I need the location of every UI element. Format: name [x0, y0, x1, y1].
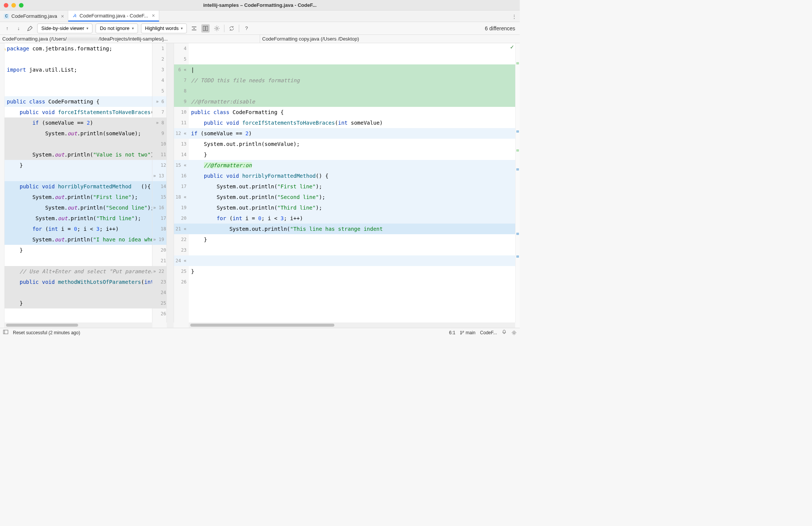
refresh-icon[interactable] — [227, 24, 236, 33]
code-line[interactable]: } — [5, 160, 152, 171]
code-line[interactable]: public class CodeFormatting { — [189, 107, 515, 117]
code-line[interactable] — [5, 86, 152, 96]
code-line[interactable]: if (someValue == 2) — [5, 117, 152, 128]
code-line[interactable] — [189, 54, 515, 64]
cursor-position[interactable]: 6:1 — [449, 330, 456, 335]
code-line[interactable]: System.out.println("This line has strang… — [189, 224, 515, 234]
code-line[interactable] — [5, 308, 152, 319]
code-line[interactable]: } — [189, 234, 515, 245]
code-line[interactable]: // TODO this file needs formatting — [189, 75, 515, 86]
vcs-widget[interactable]: CodeF... — [480, 330, 497, 335]
left-line-numbers: 1 2 3 4 5» 6 7» 8 9 10 11 12» 13 14 15» … — [152, 43, 167, 322]
git-branch[interactable]: main — [460, 330, 475, 335]
line-number: 11 — [152, 149, 166, 160]
tool-window-icon[interactable] — [3, 329, 8, 336]
view-mode-dropdown[interactable]: Side-by-side viewer ▾ — [37, 23, 92, 33]
code-line[interactable] — [5, 255, 152, 266]
code-line[interactable]: //@formatter:disable — [189, 96, 515, 107]
svg-point-6 — [463, 331, 464, 332]
status-message: Reset successful (2 minutes ago) — [13, 330, 80, 335]
line-number: 20 — [174, 213, 189, 224]
code-line[interactable]: public void methodWithLotsOfParameters(i… — [5, 277, 152, 287]
code-line[interactable] — [5, 54, 152, 64]
code-line[interactable]: for (int i = 0; i < 3; i++) — [5, 224, 152, 234]
line-number: 4 — [152, 75, 166, 86]
right-marker-bar[interactable] — [515, 43, 520, 322]
diff-connector — [167, 43, 174, 322]
svg-point-2 — [216, 27, 218, 29]
code-line[interactable]: System.out.println(someValue); — [5, 128, 152, 139]
code-line[interactable]: System.out.println("Third line"); — [5, 213, 152, 224]
code-line[interactable]: } — [5, 245, 152, 255]
tab-diff[interactable]: CodeFormatting.java - CodeF... × — [68, 11, 159, 22]
code-line[interactable]: public void forceIfStatementsToHaveBrace… — [5, 107, 152, 117]
code-line[interactable]: public class CodeFormatting { — [5, 96, 152, 107]
code-line[interactable]: if (someValue == 2) — [189, 128, 515, 139]
code-line[interactable] — [189, 43, 515, 54]
line-number: 19 — [174, 202, 189, 213]
line-number: 23 — [152, 277, 166, 287]
code-line[interactable]: System.out.println("First line"); — [5, 192, 152, 202]
line-number: 18 — [152, 224, 166, 234]
line-number: 25 — [152, 298, 166, 308]
help-icon[interactable]: ? — [242, 24, 251, 33]
java-class-icon: C — [4, 14, 9, 19]
code-line[interactable]: System.out.println("Second line"); — [5, 202, 152, 213]
line-number: 15 — [152, 192, 166, 202]
code-line[interactable]: System.out.println("I have no idea where… — [5, 234, 152, 245]
close-window-icon[interactable] — [4, 3, 8, 8]
code-line[interactable]: System.out.println("First line"); — [189, 181, 515, 192]
next-diff-icon[interactable]: ↓ — [14, 24, 23, 33]
dropdown-label: Side-by-side viewer — [41, 25, 84, 31]
maximize-window-icon[interactable] — [19, 3, 24, 8]
code-line[interactable]: import java.util.List; — [5, 64, 152, 75]
code-line[interactable] — [189, 245, 515, 255]
line-number: 24 « — [174, 255, 189, 266]
code-line[interactable]: public void horriblyFormattedMethod (){ — [5, 181, 152, 192]
tab-label: CodeFormatting.java — [11, 13, 57, 19]
code-line[interactable]: // Use Alt+Enter and select "Put paramet… — [5, 266, 152, 277]
code-line[interactable] — [5, 171, 152, 181]
code-line[interactable]: public void forceIfStatementsToHaveBrace… — [189, 117, 515, 128]
edit-source-icon[interactable] — [26, 24, 34, 33]
tab-codeformatting[interactable]: C CodeFormatting.java × — [0, 11, 68, 22]
close-tab-icon[interactable]: × — [61, 13, 64, 19]
highlight-mode-dropdown[interactable]: Highlight words ▾ — [141, 23, 187, 33]
code-line[interactable] — [189, 255, 515, 266]
code-line[interactable]: System.out.println(someValue); — [189, 139, 515, 149]
ignore-mode-dropdown[interactable]: Do not ignore ▾ — [96, 23, 138, 33]
left-code-pane[interactable]: package com.jetbrains.formatting;import … — [5, 43, 152, 322]
close-tab-icon[interactable]: × — [152, 13, 155, 19]
line-number: 14 — [174, 149, 189, 160]
code-line[interactable]: } — [189, 266, 515, 277]
settings-icon[interactable] — [213, 24, 221, 33]
chevron-down-icon: ▾ — [86, 26, 88, 30]
code-line[interactable] — [5, 287, 152, 298]
line-number: 13 — [174, 139, 189, 149]
notifications-icon[interactable] — [502, 329, 507, 336]
code-line[interactable]: package com.jetbrains.formatting; — [5, 43, 152, 54]
right-code-pane[interactable]: ✓ |// TODO this file needs formatting//@… — [189, 43, 515, 322]
code-line[interactable]: for (int i = 0; i < 3; i++) — [189, 213, 515, 224]
prev-diff-icon[interactable]: ↑ — [3, 24, 11, 33]
right-scrollbar[interactable] — [189, 322, 515, 328]
code-line[interactable] — [189, 277, 515, 287]
line-number: 8 — [174, 86, 189, 96]
code-line[interactable]: | — [189, 64, 515, 75]
code-line[interactable]: } — [189, 149, 515, 160]
code-line[interactable]: //@formatter:on — [189, 160, 515, 171]
left-scrollbar[interactable] — [5, 322, 152, 328]
code-line[interactable]: public void horriblyFormattedMethod() { — [189, 171, 515, 181]
lock-icon[interactable] — [511, 330, 517, 335]
code-line[interactable]: System.out.println("Value is not two"); — [5, 149, 152, 160]
code-line[interactable] — [189, 86, 515, 96]
minimize-window-icon[interactable] — [11, 3, 16, 8]
code-line[interactable]: System.out.println("Second line"); — [189, 192, 515, 202]
collapse-unchanged-icon[interactable] — [190, 24, 198, 33]
code-line[interactable] — [5, 75, 152, 86]
sync-scroll-icon[interactable] — [201, 24, 210, 33]
tab-overflow-icon[interactable]: ⋮ — [512, 13, 517, 19]
code-line[interactable] — [5, 139, 152, 149]
code-line[interactable]: } — [5, 298, 152, 308]
code-line[interactable]: System.out.println("Third line"); — [189, 202, 515, 213]
